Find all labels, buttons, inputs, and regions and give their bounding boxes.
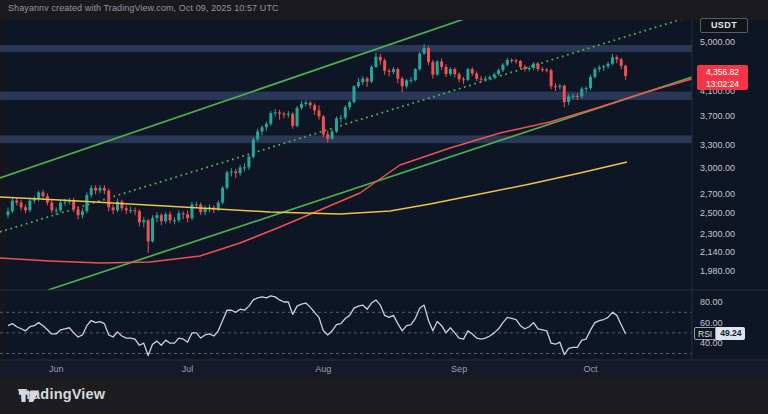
price-tick-2500: 2,500.00 [700, 208, 735, 218]
time-axis-label-jun[interactable]: Jun [49, 364, 64, 374]
quote-currency-label[interactable]: USDT [700, 18, 748, 33]
price-tick-3300: 3,300.00 [700, 140, 735, 150]
last-price-value: 4,356.82 [697, 66, 748, 78]
price-tick-3000: 3,000.00 [700, 163, 735, 173]
time-axis-label-oct[interactable]: Oct [584, 364, 598, 374]
price-tick-1980: 1,980.00 [700, 266, 735, 276]
price-tick-3700: 3,700.00 [700, 111, 735, 121]
time-axis-label-aug[interactable]: Aug [315, 364, 331, 374]
chart-canvas[interactable] [0, 0, 768, 414]
last-price-badge: 4,356.82 13:02:24 [697, 65, 748, 90]
price-tick-2700: 2,700.00 [700, 189, 735, 199]
price-tick-2300: 2,300.00 [700, 229, 735, 239]
price-tick-2140: 2,140.00 [700, 247, 735, 257]
rsi-current-value: 49.24 [716, 327, 745, 340]
price-tick-5000: 5,000.00 [700, 37, 735, 47]
time-axis-label-sep[interactable]: Sep [451, 364, 467, 374]
bar-close-countdown: 13:02:24 [697, 78, 748, 90]
time-axis-label-jul[interactable]: Jul [182, 364, 194, 374]
rsi-value-badge: RSI 49.24 [694, 327, 745, 340]
tradingview-chart-screenshot: Shayannv created with TradingView.com, O… [0, 0, 768, 414]
tradingview-logo[interactable]: TradingView [18, 386, 105, 402]
rsi-tick-80: 80.00 [700, 297, 723, 307]
rsi-indicator-label: RSI [694, 327, 716, 340]
tradingview-logo-icon [18, 386, 40, 406]
